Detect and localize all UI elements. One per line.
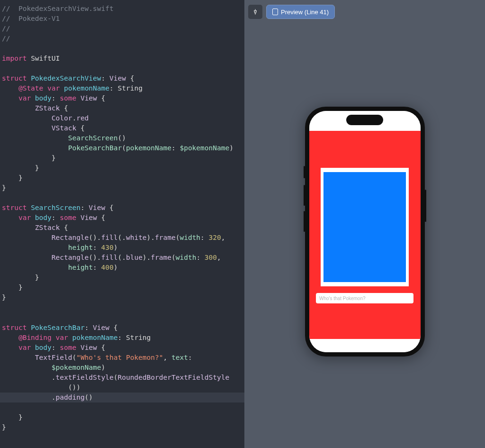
keyword: struct <box>2 74 27 82</box>
property-wrapper: @State <box>18 84 43 92</box>
comment-line: // PokedexSearchView.swift <box>2 5 114 12</box>
phone-side-button <box>304 211 305 232</box>
search-textfield[interactable]: Who's that Pokemon? <box>316 293 413 303</box>
phone-screen[interactable]: Who's that Pokemon? <box>309 111 421 352</box>
preview-pane: Preview (Line 41) Who's that Pokemon? <box>244 0 485 448</box>
type-name: PokeSearchBar <box>31 324 85 331</box>
source-code[interactable]: // PokedexSearchView.swift // Pokedex-V1… <box>2 4 242 448</box>
keyword: import <box>2 55 27 62</box>
comment-line: // Pokedex-V1 <box>2 15 60 22</box>
pin-icon <box>252 9 259 15</box>
type-name: SearchScreen <box>31 204 81 211</box>
dynamic-island <box>346 115 383 125</box>
pin-button[interactable] <box>248 5 262 19</box>
phone-frame: Who's that Pokemon? <box>305 107 425 357</box>
app-content: Who's that Pokemon? <box>309 111 421 352</box>
preview-toolbar: Preview (Line 41) <box>244 0 485 24</box>
code-editor[interactable]: // PokedexSearchView.swift // Pokedex-V1… <box>0 0 244 448</box>
red-background: Who's that Pokemon? <box>309 131 421 339</box>
search-placeholder: Who's that Pokemon? <box>319 296 366 301</box>
device-icon <box>272 9 278 15</box>
phone-side-button <box>304 166 305 178</box>
white-rectangle <box>321 168 409 286</box>
blue-rectangle <box>323 172 406 282</box>
comment-line: // <box>2 25 10 32</box>
phone-simulator: Who's that Pokemon? <box>305 107 425 357</box>
phone-side-button <box>304 185 305 206</box>
home-indicator-area <box>309 339 421 352</box>
preview-button[interactable]: Preview (Line 41) <box>266 5 335 19</box>
property-wrapper: @Binding <box>18 334 52 341</box>
type-name: PokedexSearchView <box>31 74 101 82</box>
comment-line: // <box>2 35 10 42</box>
preview-button-label: Preview (Line 41) <box>281 9 329 16</box>
phone-side-button <box>425 190 426 222</box>
